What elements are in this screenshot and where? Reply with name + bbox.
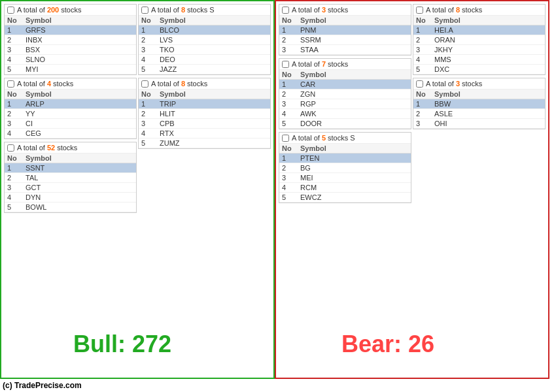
- col-sym-label: Symbol: [26, 16, 133, 24]
- table-row: 3STAA: [279, 45, 411, 55]
- footer-text: (c) TradePrecise.com: [3, 381, 82, 390]
- bull-label: Bull: 272: [73, 331, 171, 358]
- bull-table-2-checkbox[interactable]: [7, 80, 14, 88]
- bull-table-1-cols: No Symbol: [5, 16, 136, 25]
- table-row: 2SSRM: [279, 35, 411, 45]
- bull-table-1-checkbox[interactable]: [7, 7, 14, 14]
- bull-col2-table-2-checkbox[interactable]: [141, 80, 148, 88]
- bear-table-3: A total of 5 stocks S No Symbol 1PTEN 2B…: [279, 132, 411, 203]
- table-row: 3RGP: [279, 99, 411, 109]
- table-row: 4CEG: [5, 129, 136, 139]
- table-row: 4RCM: [279, 183, 411, 193]
- table-row: 5ZUMZ: [139, 139, 270, 148]
- bear-col2-table-1-cols: No Symbol: [413, 16, 545, 25]
- table-row: 5JAZZ: [139, 65, 270, 74]
- table-row: 1TRIP: [139, 99, 270, 109]
- table-row: 2INBX: [5, 35, 136, 45]
- bear-table-1-checkbox[interactable]: [282, 7, 289, 14]
- bull-table-1-header-text: A total of 200 stocks: [17, 6, 81, 14]
- bear-table-3-header-text: A total of 5 stocks S: [292, 134, 355, 142]
- bull-col2-table-1: A total of 8 stocks S No Symbol 1BLCO 2L…: [138, 4, 271, 75]
- table-row: 3BSX: [5, 45, 136, 55]
- bear-col2-table-1-header-text: A total of 8 stocks: [426, 6, 482, 14]
- bear-table-1-header: A total of 3 stocks: [279, 5, 411, 16]
- table-row: 2YY: [5, 109, 136, 119]
- bear-col-1: A total of 3 stocks No Symbol 1PNM 2SSRM…: [279, 4, 411, 375]
- bear-col2-table-2-cols: No Symbol: [413, 90, 545, 99]
- bear-col2-table-2-checkbox[interactable]: [416, 80, 423, 88]
- bull-table-1: A total of 200 stocks No Symbol 1GRFS 2I…: [4, 4, 137, 75]
- bear-table-2-header-text: A total of 7 stocks: [292, 60, 348, 68]
- bear-table-1-cols: No Symbol: [279, 16, 411, 25]
- bear-table-2-checkbox[interactable]: [282, 61, 289, 68]
- bull-col2-table-1-checkbox[interactable]: [141, 7, 148, 14]
- bull-table-2-cols: No Symbol: [5, 90, 136, 99]
- table-row: 5DOOR: [279, 119, 411, 129]
- table-row: 5MYI: [5, 65, 136, 74]
- table-row: 2ZGN: [279, 90, 411, 99]
- table-row: 2TAL: [5, 173, 136, 183]
- bull-table-3-header: A total of 52 stocks: [5, 142, 136, 154]
- table-row: 1PNM: [279, 25, 411, 35]
- bull-col2-table-2-header-text: A total of 8 stocks: [151, 80, 207, 88]
- table-row: 1BBW: [413, 99, 545, 109]
- bear-col-2: A total of 8 stocks No Symbol 1HEI.A 2OR…: [413, 4, 546, 375]
- bull-col-2: A total of 8 stocks S No Symbol 1BLCO 2L…: [138, 4, 271, 375]
- table-row: 2LVS: [139, 35, 270, 45]
- table-row: 5BOWL: [5, 203, 136, 212]
- bull-table-2-header-text: A total of 4 stocks: [17, 80, 73, 88]
- bull-col2-table-2-header: A total of 8 stocks: [139, 78, 270, 90]
- table-row: 1SSNT: [5, 163, 136, 173]
- bull-table-1-count: 200: [47, 6, 59, 14]
- table-row: 2ASLE: [413, 109, 545, 119]
- table-row: 4RTX: [139, 129, 270, 139]
- bull-col2-table-1-header: A total of 8 stocks S: [139, 5, 270, 16]
- bull-table-3-checkbox[interactable]: [7, 144, 14, 152]
- bear-col2-table-1-header: A total of 8 stocks: [413, 5, 545, 16]
- bull-table-3-cols: No Symbol: [5, 154, 136, 163]
- bull-section: A total of 200 stocks No Symbol 1GRFS 2I…: [0, 0, 275, 379]
- bear-col2-table-2-header: A total of 3 stocks: [413, 78, 545, 90]
- table-row: 4AWK: [279, 109, 411, 119]
- col-no-label: No: [7, 16, 26, 24]
- bear-section: A total of 3 stocks No Symbol 1PNM 2SSRM…: [275, 0, 549, 379]
- table-row: 4SLNO: [5, 55, 136, 65]
- bear-table-3-checkbox[interactable]: [282, 135, 289, 142]
- table-row: 1HEI.A: [413, 25, 545, 35]
- table-row: 3GCT: [5, 183, 136, 193]
- bull-col2-table-2: A total of 8 stocks No Symbol 1TRIP 2HLI…: [138, 78, 271, 149]
- bull-table-2-header: A total of 4 stocks: [5, 78, 136, 90]
- bull-table-3: A total of 52 stocks No Symbol 1SSNT 2TA…: [4, 142, 137, 213]
- bear-table-2-cols: No Symbol: [279, 70, 411, 80]
- bear-label: Bear: 26: [341, 331, 434, 358]
- bull-col2-table-1-cols: No Symbol: [139, 16, 270, 25]
- bull-col-1: A total of 200 stocks No Symbol 1GRFS 2I…: [4, 4, 137, 375]
- bull-table-1-header: A total of 200 stocks: [5, 5, 136, 16]
- table-row: 1BLCO: [139, 25, 270, 35]
- bull-col2-table-2-cols: No Symbol: [139, 90, 270, 99]
- bear-table-1: A total of 3 stocks No Symbol 1PNM 2SSRM…: [279, 4, 411, 56]
- bear-table-3-header: A total of 5 stocks S: [279, 133, 411, 144]
- table-row: 2ORAN: [413, 35, 545, 45]
- bear-col2-table-1-checkbox[interactable]: [416, 7, 423, 14]
- bear-table-1-header-text: A total of 3 stocks: [292, 6, 348, 14]
- table-row: 3OHI: [413, 119, 545, 129]
- table-row: 4DYN: [5, 193, 136, 203]
- bear-col2-table-1: A total of 8 stocks No Symbol 1HEI.A 2OR…: [413, 4, 546, 75]
- table-row: 1PTEN: [279, 154, 411, 163]
- bear-table-2-header: A total of 7 stocks: [279, 59, 411, 70]
- footer: (c) TradePrecise.com: [0, 379, 556, 392]
- table-row: 3MEI: [279, 173, 411, 183]
- bull-table-2: A total of 4 stocks No Symbol 1ARLP 2YY …: [4, 78, 137, 139]
- bear-table-3-cols: No Symbol: [279, 144, 411, 154]
- bear-table-2: A total of 7 stocks No Symbol 1CAR 2ZGN …: [279, 58, 411, 129]
- bull-table-3-header-text: A total of 52 stocks: [17, 144, 77, 152]
- table-row: 4MMS: [413, 55, 545, 65]
- table-row: 2BG: [279, 163, 411, 173]
- table-row: 5DXC: [413, 65, 545, 74]
- table-row: 2HLIT: [139, 109, 270, 119]
- bear-col2-table-2: A total of 3 stocks No Symbol 1BBW 2ASLE…: [413, 78, 546, 129]
- table-row: 3CPB: [139, 119, 270, 129]
- table-row: 5EWCZ: [279, 193, 411, 203]
- table-row: 4DEO: [139, 55, 270, 65]
